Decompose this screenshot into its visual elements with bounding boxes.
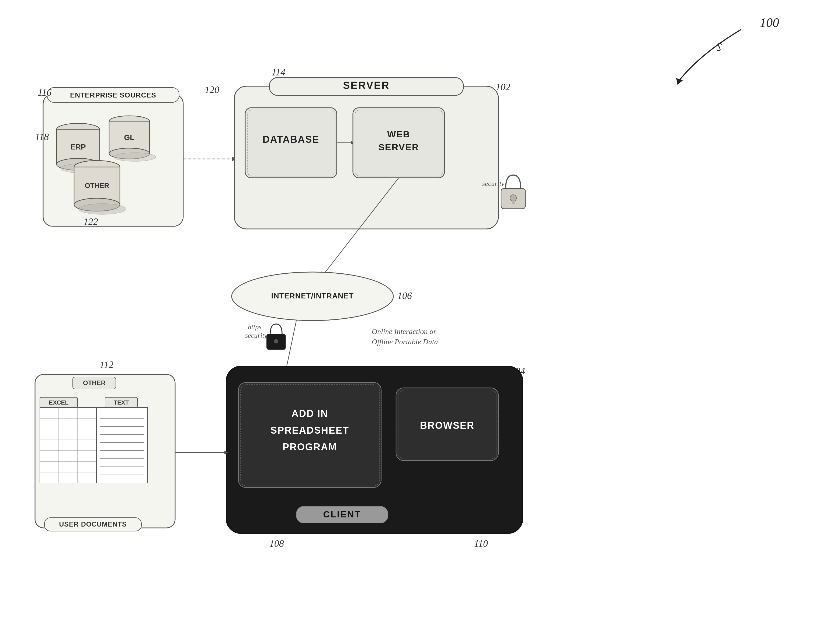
diagram-container bbox=[0, 0, 816, 644]
